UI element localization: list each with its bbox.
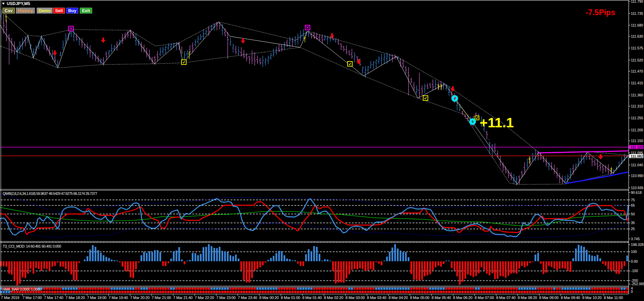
svg-text:7 Mar 19:00: 7 Mar 19:00 (87, 296, 107, 300)
svg-text:111.735: 111.735 (631, 11, 643, 15)
svg-text:8 Mar 03:40: 8 Mar 03:40 (367, 296, 387, 300)
svg-text:QWB(2,8,2.6,34,1.618) 59.9637: QWB(2,8,2.6,34,1.618) 59.9637 49.5429 47… (3, 191, 97, 196)
svg-text:+11.1: +11.1 (480, 115, 514, 130)
svg-text:7 Mar 20:20: 7 Mar 20:20 (130, 296, 150, 300)
svg-text:111.415: 111.415 (631, 81, 643, 85)
svg-text:8 Mar 08:20: 8 Mar 08:20 (518, 296, 537, 300)
svg-text:Demo: Demo (39, 8, 51, 13)
svg-text:7 Mar 17:00: 7 Mar 17:00 (23, 296, 42, 300)
svg-text:111.630: 111.630 (631, 34, 643, 38)
svg-text:111.082: 111.082 (631, 154, 643, 158)
svg-text:8 Mar 03:00: 8 Mar 03:00 (346, 296, 365, 300)
svg-text:8 Mar 09:00: 8 Mar 09:00 (539, 296, 559, 300)
svg-text:0.00: 0.00 (631, 259, 638, 263)
svg-text:65: 65 (631, 203, 635, 207)
svg-text:3.745: 3.745 (631, 237, 640, 241)
svg-text:Csv: Csv (5, 8, 13, 13)
svg-text:111.360: 111.360 (631, 93, 643, 97)
svg-text:-100: -100 (631, 269, 638, 273)
svg-text:111.255: 111.255 (631, 116, 643, 120)
svg-text:35: 35 (631, 221, 635, 225)
svg-text:7 Mar 21:00: 7 Mar 21:00 (152, 296, 171, 300)
svg-text:Exit: Exit (82, 8, 90, 13)
svg-text:7 Mar 19:40: 7 Mar 19:40 (109, 296, 128, 300)
svg-text:100: 100 (631, 250, 637, 254)
svg-text:111.470: 111.470 (631, 69, 643, 73)
svg-text:111.575: 111.575 (631, 46, 643, 50)
svg-text:8 Mar 05:40: 8 Mar 05:40 (432, 296, 451, 300)
svg-text:7 Mar 23:40: 7 Mar 23:40 (238, 296, 257, 300)
svg-text:7 Mar 2019: 7 Mar 2019 (1, 296, 19, 300)
svg-text:111.040: 111.040 (631, 163, 643, 167)
svg-text:110.990: 110.990 (631, 174, 643, 178)
svg-text:8 Mar 07:00: 8 Mar 07:00 (475, 296, 494, 300)
svg-text:-7.5Pips: -7.5Pips (586, 8, 615, 17)
svg-text:Sell: Sell (55, 8, 63, 13)
svg-text:75: 75 (631, 198, 635, 202)
svg-text:8 Mar 01:40: 8 Mar 01:40 (303, 296, 322, 300)
svg-text:8 Mar 10:20: 8 Mar 10:20 (582, 296, 602, 300)
svg-text:111.122: 111.122 (631, 145, 643, 149)
svg-text:8 Mar 01:00: 8 Mar 01:00 (281, 296, 300, 300)
svg-text:8 Mar 05:00: 8 Mar 05:00 (410, 296, 430, 300)
svg-text:7 Mar 17:40: 7 Mar 17:40 (44, 296, 64, 300)
svg-text:111.790: 111.790 (631, 0, 643, 3)
svg-text:110.935: 110.935 (631, 186, 643, 190)
svg-text:T3_CCI_MOD: 14 60.491 60.491 0: T3_CCI_MOD: 14 60.491 60.491 0.000 (3, 244, 61, 248)
svg-text:90.618: 90.618 (631, 190, 642, 195)
svg-text:111.200: 111.200 (631, 128, 643, 132)
svg-text:Buy: Buy (68, 8, 77, 13)
svg-text:198.328: 198.328 (631, 243, 644, 247)
svg-text:-252.065: -252.065 (631, 282, 644, 286)
svg-text:8 Mar 09:40: 8 Mar 09:40 (561, 296, 580, 300)
svg-text:7 Mar 21:40: 7 Mar 21:40 (173, 296, 193, 300)
svg-text:111.680: 111.680 (631, 23, 643, 27)
svg-text:0: 0 (631, 290, 633, 294)
svg-text:8 Mar 11:00: 8 Mar 11:00 (604, 296, 623, 300)
svg-text:HMA_BAR 3.0000 1.0000: HMA_BAR 3.0000 1.0000 (2, 287, 41, 291)
svg-text:USDJPY,M5: USDJPY,M5 (7, 1, 30, 6)
svg-text:8 Mar 06:20: 8 Mar 06:20 (453, 296, 473, 300)
svg-text:25: 25 (631, 227, 635, 231)
svg-text:111.520: 111.520 (631, 58, 643, 62)
svg-text:8 Mar 04:20: 8 Mar 04:20 (389, 296, 408, 300)
svg-text:7 Mar 23:00: 7 Mar 23:00 (216, 296, 236, 300)
svg-text:History: History (18, 8, 33, 13)
svg-text:8 Mar 00:20: 8 Mar 00:20 (259, 296, 279, 300)
svg-text:111.310: 111.310 (631, 104, 643, 108)
svg-text:7 Mar 18:20: 7 Mar 18:20 (66, 296, 85, 300)
svg-text:7 Mar 22:20: 7 Mar 22:20 (195, 296, 214, 300)
svg-text:111.150: 111.150 (631, 139, 643, 143)
svg-text:50: 50 (631, 212, 635, 216)
svg-text:8 Mar 07:40: 8 Mar 07:40 (496, 296, 516, 300)
svg-text:8 Mar 02:20: 8 Mar 02:20 (324, 296, 344, 300)
